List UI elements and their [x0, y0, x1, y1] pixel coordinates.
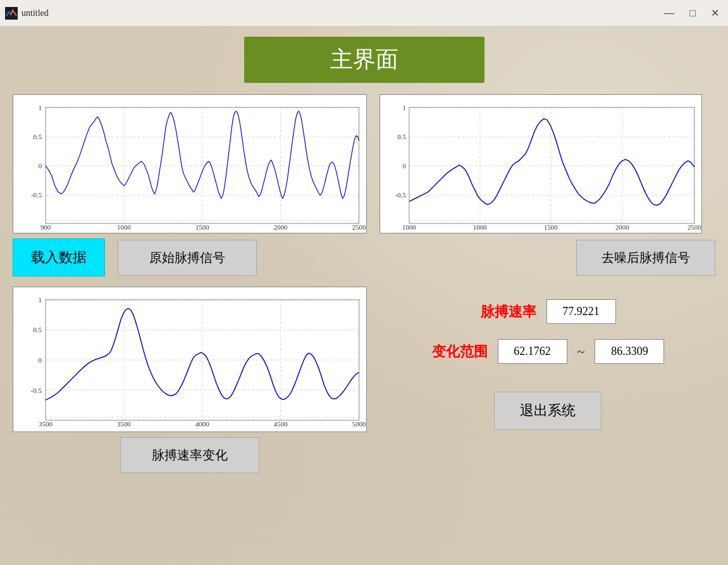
pulse-rate-value: 77.9221 — [546, 299, 616, 324]
svg-text:3500: 3500 — [117, 420, 131, 428]
range-min-value: 62.1762 — [498, 339, 567, 364]
svg-text:2000: 2000 — [274, 223, 288, 231]
range-row: 变化范围 62.1762 ~ 86.3309 — [431, 339, 665, 364]
svg-text:1: 1 — [39, 296, 42, 304]
pulse-rate-label: 脉搏速率 — [479, 302, 536, 321]
signal-line-1 — [46, 111, 359, 199]
svg-text:900: 900 — [40, 223, 51, 231]
svg-text:2500: 2500 — [688, 223, 701, 231]
svg-text:1000: 1000 — [117, 223, 131, 231]
main-content: 主界面 1 0.5 0 -0.5 — [0, 27, 728, 565]
svg-text:1: 1 — [39, 104, 42, 111]
title-bar: untitled — □ ✕ — [0, 0, 728, 27]
buttons-top-row: 载入数据 原始脉搏信号 去噪后脉搏信号 — [13, 239, 715, 276]
close-button[interactable]: ✕ — [707, 7, 723, 20]
svg-text:2000: 2000 — [615, 223, 629, 231]
svg-text:1000: 1000 — [473, 223, 487, 231]
title-bar-left: untitled — [5, 7, 49, 20]
chart-denoised: 1 0.5 0 -0.5 1000 1000 1500 2000 2500 — [379, 94, 702, 233]
svg-text:0.5: 0.5 — [33, 326, 42, 333]
svg-text:1500: 1500 — [195, 223, 209, 231]
svg-text:0: 0 — [403, 162, 407, 170]
range-label: 变化范围 — [431, 342, 488, 361]
svg-text:5000: 5000 — [352, 420, 366, 428]
right-panel: 脉搏速率 77.9221 变化范围 62.1762 ~ 86.3309 退出系统 — [379, 287, 715, 430]
matlab-icon — [5, 7, 18, 20]
pulse-rate-row: 脉搏速率 77.9221 — [479, 299, 616, 324]
svg-text:-0.5: -0.5 — [395, 191, 407, 199]
svg-text:1000: 1000 — [402, 223, 416, 231]
svg-text:1: 1 — [403, 104, 406, 111]
chart-pulse-svg: 1 0.5 0 -0.5 3500 3500 4000 4500 5000 — [13, 287, 366, 432]
bottom-left: 1 0.5 0 -0.5 3500 3500 4000 4500 5000 脉搏… — [13, 287, 367, 473]
header-banner: 主界面 — [244, 37, 484, 83]
header-title: 主界面 — [330, 47, 398, 72]
range-tilde: ~ — [577, 344, 585, 360]
svg-text:2500: 2500 — [352, 223, 366, 231]
load-data-button[interactable]: 载入数据 — [13, 239, 105, 276]
minimize-button[interactable]: — — [660, 7, 678, 20]
chart-pulse-rate: 1 0.5 0 -0.5 3500 3500 4000 4500 5000 — [13, 287, 367, 432]
range-max-value: 86.3309 — [595, 339, 664, 364]
signal-line-2 — [409, 119, 694, 206]
svg-text:1500: 1500 — [544, 223, 558, 231]
window-title: untitled — [22, 8, 49, 18]
svg-text:0.5: 0.5 — [397, 133, 406, 140]
exit-button[interactable]: 退出系统 — [494, 392, 602, 430]
chart-original: 1 0.5 0 -0.5 900 1000 1500 2000 2500 — [13, 94, 367, 233]
maximize-button[interactable]: □ — [686, 7, 700, 20]
svg-text:-0.5: -0.5 — [31, 191, 42, 199]
svg-rect-29 — [409, 108, 694, 223]
svg-text:-0.5: -0.5 — [31, 387, 42, 394]
svg-text:4000: 4000 — [195, 420, 209, 428]
charts-top-row: 1 0.5 0 -0.5 900 1000 1500 2000 2500 — [13, 94, 715, 233]
title-bar-controls: — □ ✕ — [660, 7, 723, 20]
denoised-signal-label: 去噪后脉搏信号 — [576, 240, 715, 276]
svg-text:0: 0 — [39, 356, 42, 364]
bottom-section: 1 0.5 0 -0.5 3500 3500 4000 4500 5000 脉搏… — [13, 287, 715, 473]
chart-denoised-svg: 1 0.5 0 -0.5 1000 1000 1500 2000 2500 — [380, 95, 701, 233]
svg-text:0.5: 0.5 — [34, 133, 42, 140]
svg-text:4500: 4500 — [274, 420, 288, 428]
chart-original-svg: 1 0.5 0 -0.5 900 1000 1500 2000 2500 — [13, 95, 366, 233]
svg-text:0: 0 — [39, 162, 42, 170]
pulse-rate-change-label: 脉搏速率变化 — [120, 437, 259, 473]
svg-text:3500: 3500 — [39, 420, 52, 428]
original-signal-label: 原始脉搏信号 — [118, 240, 257, 276]
